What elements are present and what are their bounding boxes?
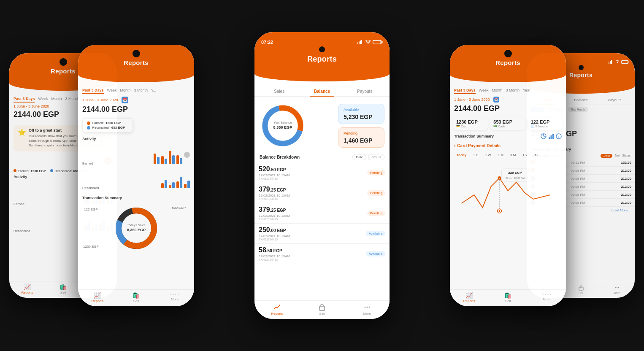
bottom-nav-right: 📈Reports 🛍️Sell ○○○More [450, 289, 566, 306]
card-payment-header: ‹ Card Payment Details [450, 141, 566, 151]
item-1-txn: TXN12334415 [259, 197, 290, 200]
tab-balance[interactable]: Balance [301, 86, 342, 96]
period-3month-left[interactable]: 3 Month [134, 87, 148, 94]
filter-status-btn[interactable]: Status [368, 154, 384, 160]
balance-donut: Your Balance 8,350 EGP [260, 103, 306, 149]
period-year-right[interactable]: Year [523, 87, 530, 94]
nav-reports-center[interactable]: Reports [254, 303, 300, 316]
pill-1y[interactable]: 1 Y [520, 152, 530, 158]
time-pills-right: Today 1 D 1 W 1 M 3 M 1 Y All [450, 151, 566, 159]
period-week-left[interactable]: Week [107, 87, 117, 94]
phone-center: 07:22 Reports Sales Balance Payouts [254, 32, 390, 319]
period-selector-left: Past 3 Days Week Month 3 Month Y... [78, 84, 194, 96]
activity-label-left: Activity [82, 137, 190, 141]
donut-chart-left: Today's Sales 8,350 EGP [113, 205, 160, 251]
phone-right-screen: Reports Past 3 Days Week Month 3 Month Y… [450, 45, 566, 306]
balance-item-4: 58.50 EGP 17/02/2021 10:13AM TXN12334415… [254, 244, 390, 264]
svg-rect-35 [610, 61, 611, 64]
pill-3m[interactable]: 3 M [508, 152, 518, 158]
pending-amount: 1,460 EGP [344, 137, 379, 144]
svg-rect-22 [549, 137, 550, 139]
signal-icon-far-right [609, 60, 614, 64]
info-icon: i [556, 133, 562, 139]
main-amount-left: 2144.00 EGP [78, 104, 194, 116]
right-title: Reports [450, 59, 566, 66]
battery-icon [373, 40, 383, 45]
nav-sell-left[interactable]: 🛍️Sell [117, 292, 156, 303]
activity-section-left: Activity Earned Reconciled [78, 134, 194, 194]
item-4-date: 17/02/2021 10:13AM [259, 254, 290, 258]
wifi-icon [365, 40, 371, 44]
svg-text:Today's Sales: Today's Sales [127, 224, 145, 227]
nav-sell[interactable]: 🛍️Sell [45, 284, 81, 294]
svg-rect-36 [611, 60, 612, 64]
phone-left-screen: Reports Past 3 Days Week Month 3 Month Y… [78, 45, 194, 306]
txn-icons: i [541, 133, 562, 139]
center-title: Reports [254, 55, 390, 64]
txn-summary-left: Transaction Summary [78, 194, 194, 202]
pill-1d[interactable]: 1 D [471, 152, 481, 158]
available-card: Available 5,230 EGP [338, 104, 384, 124]
tab-payouts-far-right[interactable]: Payouts [598, 95, 630, 105]
svg-rect-10 [382, 41, 383, 43]
svg-text:220 EGP: 220 EGP [508, 171, 522, 175]
item-0-txn: TXN12334415 [259, 177, 290, 180]
period-month-right[interactable]: Month [492, 87, 502, 94]
scene: Reports Past 3 Days Week Month 3 Month 1… [0, 0, 644, 351]
pie-icon [541, 133, 547, 139]
nav-sell-far-right[interactable]: Sell [563, 285, 599, 294]
svg-rect-11 [373, 41, 381, 44]
period-past3days-right[interactable]: Past 3 Days [454, 87, 476, 94]
filter-date-btn[interactable]: Date [352, 154, 366, 160]
center-screen: 07:22 Reports Sales Balance Payouts [254, 32, 390, 319]
nav-reports[interactable]: 📈Reports [9, 284, 45, 294]
item-2-amount: 379.25 EGP [259, 206, 290, 213]
pill-all[interactable]: All [532, 152, 541, 158]
period-year-left[interactable]: Y... [151, 87, 156, 94]
balance-overview: Your Balance 8,350 EGP Available 5,230 E… [254, 97, 390, 151]
filter-this-month[interactable]: This Month [568, 107, 588, 112]
item-1-status: Pending [367, 190, 385, 196]
nav-sell-right[interactable]: 🛍️Sell [489, 292, 528, 303]
period-month[interactable]: Month [51, 96, 62, 103]
svg-point-44 [616, 287, 617, 288]
nav-sell-center[interactable]: Sell [300, 303, 345, 316]
tab-payouts[interactable]: Payouts [344, 86, 385, 96]
period-past3days-left[interactable]: Past 3 Days [82, 87, 104, 94]
nav-more-center[interactable]: More [344, 303, 390, 316]
tabs-row: Sales Balance Payouts [254, 85, 390, 97]
right-header: Reports [450, 45, 566, 75]
period-month-left[interactable]: Month [120, 87, 130, 94]
svg-rect-34 [609, 62, 609, 64]
period-3month-right[interactable]: 3 Month [506, 87, 520, 94]
period-selector-right: Past 3 Days Week Month 3 Month Year [450, 84, 566, 96]
item-0-status: Pending [367, 170, 385, 176]
tab-balance-far-right[interactable]: Balance [565, 95, 597, 105]
more-icon-far-right [614, 285, 620, 291]
nav-more-right[interactable]: ○○○More [527, 292, 566, 303]
period-week-right[interactable]: Week [479, 87, 489, 94]
pill-1m[interactable]: 1 M [495, 152, 506, 158]
pill-today[interactable]: Today [454, 152, 469, 158]
item-2-txn: TXN12334415 [259, 218, 290, 221]
svg-point-43 [614, 287, 615, 288]
center-content: Sales Balance Payouts Your Balance 8,350… [254, 74, 390, 300]
svg-rect-23 [551, 135, 552, 139]
chart-area-right: 220 EGP 22 Jun 10:00 AM [450, 159, 566, 219]
nav-reports-left[interactable]: 📈Reports [78, 292, 117, 303]
nav-more-far-right[interactable]: More [599, 285, 635, 294]
tab-sales[interactable]: Sales [259, 86, 300, 96]
period-past3days[interactable]: Past 3 Days [14, 96, 35, 103]
svg-text:i: i [558, 135, 559, 139]
more-icon-center [363, 303, 371, 311]
item-2-status: Pending [367, 211, 385, 216]
pill-1w[interactable]: 1 W [482, 152, 493, 158]
phone-left: Reports Past 3 Days Week Month 3 Month Y… [78, 45, 194, 306]
nav-reports-right[interactable]: 📈Reports [450, 292, 489, 303]
nav-more-left[interactable]: ○○○More [155, 292, 194, 303]
item-4-status: Available [366, 251, 385, 256]
svg-text:8,350 EGP: 8,350 EGP [273, 125, 292, 130]
sell-icon-far-right [578, 285, 584, 291]
period-week[interactable]: Week [38, 96, 48, 103]
period-3month[interactable]: 3 Month [65, 96, 79, 103]
